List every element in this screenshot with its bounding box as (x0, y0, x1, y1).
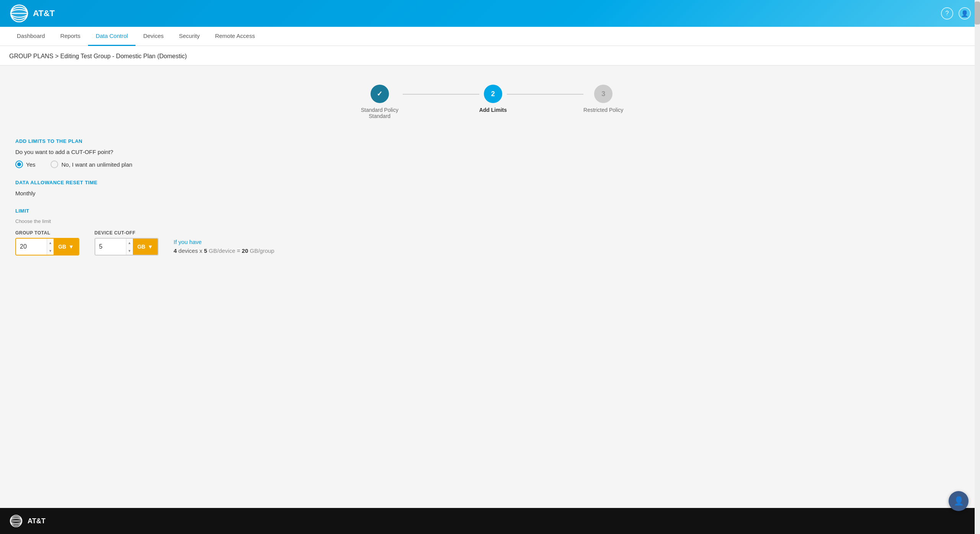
step-1-container: ✓ Standard Policy Standard (357, 85, 403, 119)
header: AT&T ? 👤 (0, 0, 980, 27)
scrollbar[interactable] (975, 0, 980, 534)
radio-yes-label: Yes (26, 161, 35, 168)
help-button[interactable]: ? (941, 7, 953, 20)
group-total-input-wrapper: ▲ ▼ GB ▼ (15, 238, 79, 256)
nav-reports[interactable]: Reports (52, 27, 88, 46)
limit-label: LIMIT (15, 208, 965, 214)
nav-devices[interactable]: Devices (136, 27, 171, 46)
calc-per-device-unit: GB/device (209, 247, 235, 254)
step-2-container: 2 Add Limits (479, 85, 507, 113)
breadcrumb: GROUP PLANS > Editing Test Group - Domes… (9, 53, 187, 59)
user-button[interactable]: 👤 (959, 7, 971, 20)
nav-remote-access[interactable]: Remote Access (207, 27, 263, 46)
if-you-have-section: If you have 4 devices x 5 GB/device = 20… (174, 230, 274, 254)
nav-data-control[interactable]: Data Control (88, 27, 136, 46)
step-2-label: Add Limits (479, 107, 507, 113)
data-allowance-label: DATA ALLOWANCE RESET TIME (15, 180, 965, 185)
group-total-spinner: ▲ ▼ (47, 239, 54, 255)
reset-time-value: Monthly (15, 190, 965, 197)
calc-equals-label: = (237, 247, 242, 254)
radio-group: Yes No, I want an unlimited plan (15, 161, 965, 168)
nav-dashboard[interactable]: Dashboard (9, 27, 52, 46)
radio-no-option[interactable]: No, I want an unlimited plan (51, 161, 132, 168)
chat-button[interactable]: 👤 (949, 491, 969, 511)
device-cutoff-group: DEVICE CUT-OFF ▲ ▼ GB ▼ (95, 230, 158, 256)
radio-no-label: No, I want an unlimited plan (61, 161, 132, 168)
stepper: ✓ Standard Policy Standard 2 Add Limits … (15, 77, 965, 123)
step-1-label: Standard Policy Standard (357, 107, 403, 119)
chat-icon: 👤 (954, 496, 964, 506)
group-total-unit[interactable]: GB ▼ (54, 239, 78, 255)
group-total-up[interactable]: ▲ (47, 239, 54, 247)
data-allowance-section: DATA ALLOWANCE RESET TIME Monthly (15, 180, 965, 197)
group-total-input[interactable] (16, 239, 47, 255)
logo-area: AT&T (9, 3, 55, 23)
step-2-circle: 2 (484, 85, 502, 103)
footer: AT&T (0, 508, 980, 534)
device-unit-chevron-icon: ▼ (148, 244, 153, 250)
if-you-have-label: If you have (174, 239, 274, 245)
nav-security[interactable]: Security (172, 27, 207, 46)
add-limits-label: ADD LIMITS TO THE PLAN (15, 138, 965, 144)
breadcrumb-area: GROUP PLANS > Editing Test Group - Domes… (0, 46, 980, 66)
group-total-down[interactable]: ▼ (47, 247, 54, 255)
calc-devices: 4 (174, 247, 177, 254)
device-cutoff-unit[interactable]: GB ▼ (133, 239, 158, 255)
calculation-text: 4 devices x 5 GB/device = 20 GB/group (174, 247, 274, 254)
header-icons: ? 👤 (941, 7, 971, 20)
footer-logo-icon (9, 514, 23, 528)
radio-yes-option[interactable]: Yes (15, 161, 35, 168)
device-cutoff-input-wrapper: ▲ ▼ GB ▼ (95, 238, 158, 256)
main-content: ✓ Standard Policy Standard 2 Add Limits … (0, 66, 980, 508)
logo-text: AT&T (33, 8, 55, 18)
att-logo-icon (9, 3, 29, 23)
device-cutoff-down[interactable]: ▼ (126, 247, 133, 255)
group-total-label: GROUP TOTAL (15, 230, 79, 236)
choose-limit-text: Choose the limit (15, 218, 965, 224)
calc-equals: 20 (242, 247, 248, 254)
group-unit-chevron-icon: ▼ (69, 244, 74, 250)
step-3-circle: 3 (594, 85, 612, 103)
nav: Dashboard Reports Data Control Devices S… (0, 27, 980, 46)
radio-yes-circle (15, 161, 23, 168)
step-connector-1 (403, 94, 479, 95)
step-connector-2 (507, 94, 583, 95)
device-cutoff-label: DEVICE CUT-OFF (95, 230, 158, 236)
scroll-thumb[interactable] (975, 2, 980, 25)
footer-logo-text: AT&T (28, 517, 46, 525)
calc-devices-label: devices x (178, 247, 204, 254)
step-3-label: Restricted Policy (583, 107, 623, 113)
device-cutoff-up[interactable]: ▲ (126, 239, 133, 247)
calc-equals-unit: GB/group (250, 247, 274, 254)
cutoff-question: Do you want to add a CUT-OFF point? (15, 149, 965, 155)
device-unit-text: GB (137, 244, 145, 250)
step-3-container: 3 Restricted Policy (583, 85, 623, 113)
limit-section: LIMIT Choose the limit GROUP TOTAL ▲ ▼ G… (15, 208, 965, 256)
device-cutoff-input[interactable] (95, 239, 126, 255)
group-total-group: GROUP TOTAL ▲ ▼ GB ▼ (15, 230, 79, 256)
device-cutoff-spinner: ▲ ▼ (126, 239, 133, 255)
radio-no-circle (51, 161, 58, 168)
step-1-circle: ✓ (371, 85, 389, 103)
calc-per-device: 5 (204, 247, 207, 254)
group-unit-text: GB (58, 244, 66, 250)
inputs-row: GROUP TOTAL ▲ ▼ GB ▼ DEVICE CUT-OFF (15, 230, 965, 256)
